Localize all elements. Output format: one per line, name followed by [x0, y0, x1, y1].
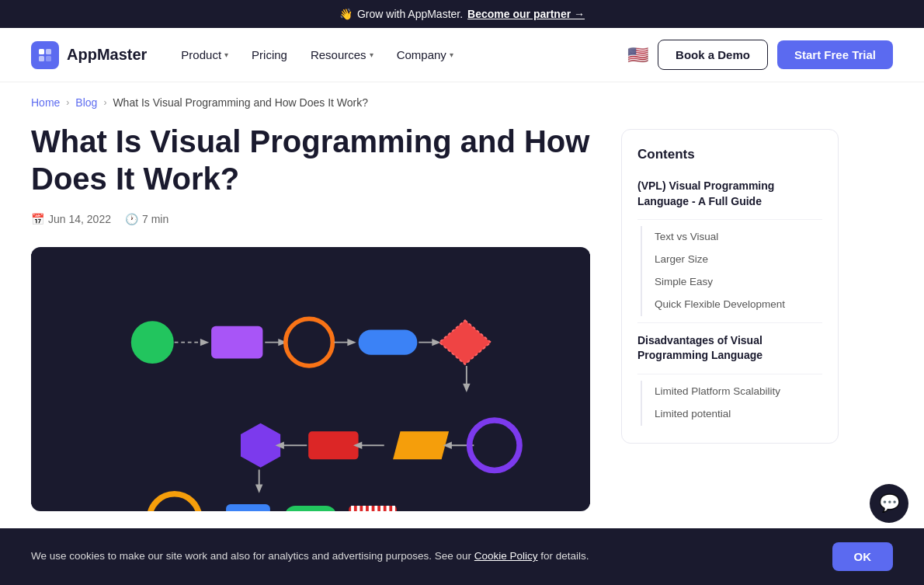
- article-date: 📅 Jun 14, 2022: [31, 213, 111, 225]
- breadcrumb-home[interactable]: Home: [31, 96, 60, 109]
- nav-resources-label: Resources: [311, 48, 366, 61]
- breadcrumb-blog[interactable]: Blog: [75, 96, 97, 109]
- toc-divider-1: [637, 219, 822, 220]
- svg-rect-36: [349, 506, 397, 511]
- breadcrumb-sep-2: ›: [103, 97, 106, 108]
- svg-rect-3: [46, 56, 51, 61]
- svg-marker-27: [393, 431, 449, 459]
- breadcrumb-sep-1: ›: [66, 97, 69, 108]
- clock-icon: 🕐: [125, 213, 138, 225]
- toc-item-limited-potential[interactable]: Limited potential: [641, 403, 822, 426]
- chat-button[interactable]: 💬: [870, 484, 908, 523]
- breadcrumb: Home › Blog › What Is Visual Programming…: [0, 82, 924, 123]
- chat-icon: 💬: [879, 493, 900, 514]
- start-trial-button[interactable]: Start Free Trial: [777, 40, 893, 69]
- toc-item-simple-easy[interactable]: Simple Easy: [641, 271, 822, 294]
- svg-rect-35: [285, 506, 336, 511]
- banner-link[interactable]: Become our partner →: [467, 8, 585, 20]
- cookie-policy-link[interactable]: Cookie Policy: [474, 550, 538, 558]
- language-selector[interactable]: 🇺🇸: [627, 45, 648, 65]
- book-demo-button[interactable]: Book a Demo: [658, 40, 768, 70]
- toc-box: Contents (VPL) Visual Programming Langua…: [621, 129, 839, 444]
- toc-item-quick-flexible[interactable]: Quick Flexible Development: [641, 294, 822, 316]
- svg-rect-24: [308, 431, 358, 459]
- toc-sidebar: Contents (VPL) Visual Programming Langua…: [621, 123, 839, 511]
- nav-resources[interactable]: Resources ▾: [301, 42, 383, 68]
- article-readtime-text: 7 min: [142, 213, 168, 225]
- logo[interactable]: AppMaster: [31, 41, 147, 69]
- article-hero-image: [31, 247, 590, 511]
- banner-text: Grow with AppMaster.: [357, 8, 463, 20]
- toc-item-disadvantages[interactable]: Disadvantages of Visual Programming Lang…: [637, 329, 822, 367]
- toc-item-limited-scalability[interactable]: Limited Platform Scalability: [641, 381, 822, 403]
- nav-product[interactable]: Product ▾: [172, 42, 238, 68]
- chevron-down-icon-3: ▾: [450, 50, 453, 59]
- article-title: What Is Visual Programming and How Does …: [31, 123, 590, 197]
- nav-company-label: Company: [397, 48, 446, 61]
- article-meta: 📅 Jun 14, 2022 🕐 7 min: [31, 213, 590, 225]
- svg-rect-14: [359, 330, 418, 355]
- calendar-icon: 📅: [31, 213, 44, 225]
- nav-pricing-label: Pricing: [252, 48, 287, 61]
- toc-item-text-vs-visual[interactable]: Text vs Visual: [641, 226, 822, 249]
- toc-item-larger-size[interactable]: Larger Size: [641, 249, 822, 271]
- top-banner: 👋 Grow with AppMaster. Become our partne…: [0, 0, 924, 28]
- main-layout: What Is Visual Programming and How Does …: [0, 123, 924, 558]
- nav-product-label: Product: [181, 48, 221, 61]
- logo-text: AppMaster: [67, 46, 147, 64]
- chevron-down-icon: ▾: [224, 50, 228, 59]
- header-left: AppMaster Product ▾ Pricing Resources ▾ …: [31, 41, 463, 69]
- toc-heading: Contents: [637, 147, 822, 162]
- logo-icon: [31, 41, 59, 69]
- svg-rect-0: [39, 49, 44, 54]
- chevron-down-icon-2: ▾: [370, 50, 373, 59]
- toc-divider-3: [637, 374, 822, 374]
- svg-rect-34: [226, 504, 270, 511]
- breadcrumb-current: What Is Visual Programming and How Does …: [113, 96, 368, 109]
- nav-pricing[interactable]: Pricing: [242, 42, 297, 68]
- cookie-ok-button[interactable]: OK: [832, 542, 894, 558]
- article: What Is Visual Programming and How Does …: [31, 123, 621, 511]
- cookie-text: We use cookies to make our site work and…: [31, 548, 589, 558]
- svg-rect-8: [211, 326, 262, 359]
- nav-company[interactable]: Company ▾: [387, 42, 463, 68]
- article-readtime: 🕐 7 min: [125, 213, 168, 225]
- article-date-text: Jun 14, 2022: [48, 213, 111, 225]
- toc-divider-2: [637, 322, 822, 323]
- banner-emoji: 👋: [339, 8, 353, 20]
- header: AppMaster Product ▾ Pricing Resources ▾ …: [0, 28, 924, 82]
- cookie-banner: We use cookies to make our site work and…: [0, 528, 924, 558]
- toc-item-vpl[interactable]: (VPL) Visual Programming Language - A Fu…: [637, 175, 822, 213]
- svg-point-5: [132, 322, 173, 363]
- header-right: 🇺🇸 Book a Demo Start Free Trial: [627, 40, 893, 70]
- svg-rect-1: [46, 49, 51, 54]
- svg-rect-2: [39, 56, 44, 61]
- main-nav: Product ▾ Pricing Resources ▾ Company ▾: [172, 42, 462, 68]
